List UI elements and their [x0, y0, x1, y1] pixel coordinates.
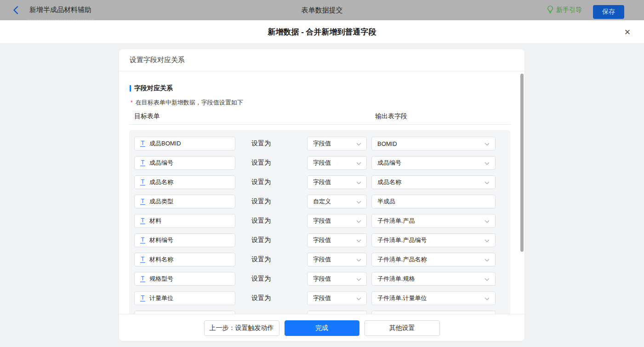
target-field-box[interactable]: T材料编号	[134, 233, 235, 247]
output-field-value: 子件清单.产品名称	[377, 255, 427, 264]
mode-select[interactable]: 自定义	[307, 195, 367, 208]
field-mapping-row: T成品编号设置为字段值成品编号	[129, 156, 510, 170]
set-as-label: 设置为	[251, 195, 271, 208]
previous-step-button[interactable]: 上一步：设置触发动作	[204, 320, 279, 336]
column-header-target-form: 目标表单	[134, 112, 160, 121]
mode-select-value: 字段值	[313, 159, 331, 167]
output-field-select[interactable]: BOMID	[371, 137, 496, 150]
done-button[interactable]: 完成	[285, 320, 359, 336]
output-field-select[interactable]: 子件清单.产品名称	[371, 253, 496, 266]
target-field-box[interactable]: T成品BOMID	[134, 137, 235, 150]
chevron-down-icon	[484, 256, 490, 263]
chevron-down-icon	[484, 218, 490, 225]
chevron-down-icon	[356, 237, 361, 244]
close-icon[interactable]: ×	[621, 26, 634, 39]
target-field-box[interactable]: T成品编号	[134, 156, 235, 170]
mode-select[interactable]: 字段值	[307, 233, 367, 247]
text-field-icon: T	[140, 160, 145, 166]
mode-select[interactable]: 字段值	[307, 272, 367, 286]
mode-select[interactable]: 字段值	[307, 214, 367, 228]
output-field-value: 半成品	[377, 197, 395, 206]
mode-select-value: 字段值	[313, 178, 331, 186]
chevron-down-icon	[484, 140, 490, 147]
workflow-title[interactable]: 新增半成品材料辅助	[28, 0, 93, 20]
output-field-value: 子件清单.产品	[377, 217, 415, 225]
card-header: 设置字段对应关系	[119, 49, 524, 71]
lightbulb-icon	[547, 6, 553, 15]
text-field-icon: T	[140, 198, 145, 205]
output-field-value: 成品编号	[377, 159, 401, 167]
text-field-icon: T	[140, 179, 145, 185]
field-mapping-row: T	[129, 311, 510, 314]
target-field-label: 规格型号	[149, 275, 173, 283]
section-accent-bar	[130, 85, 131, 92]
target-field-box[interactable]: T规格型号	[134, 272, 235, 286]
beginner-guide-label: 新手引导	[556, 6, 582, 14]
output-field-select[interactable]: 子件清单.产品编号	[371, 233, 496, 247]
mode-select-value: 字段值	[313, 236, 331, 244]
modal-title: 新增数据 - 合并新增到普通字段	[268, 27, 376, 37]
save-button[interactable]: 保存	[593, 5, 624, 19]
target-field-label: 成品名称	[149, 178, 173, 186]
target-field-box[interactable]: T材料名称	[134, 253, 235, 266]
target-field-label: 成品类型	[149, 197, 173, 206]
target-field-label: 材料编号	[149, 236, 173, 244]
set-as-label: 设置为	[251, 175, 271, 189]
output-field-value: 成品名称	[377, 178, 401, 186]
target-field-label: 计量单位	[149, 294, 173, 302]
target-field-box[interactable]: T	[134, 311, 235, 314]
output-field-select[interactable]: 子件清单.规格	[371, 272, 496, 286]
output-field-select[interactable]: 子件清单.计量单位	[371, 291, 496, 305]
chevron-down-icon	[356, 140, 361, 147]
mode-select-value: 字段值	[313, 275, 331, 283]
mode-select[interactable]: 字段值	[307, 137, 367, 150]
output-field-value: 子件清单.计量单位	[377, 294, 427, 302]
custom-value-input[interactable]: 半成品	[371, 195, 496, 208]
set-as-label: 设置为	[251, 137, 271, 150]
top-bar: 新增半成品材料辅助 表单数据提交 新手引导 保存	[0, 0, 644, 20]
set-as-label: 设置为	[251, 253, 271, 266]
target-field-box[interactable]: T材料	[134, 214, 235, 228]
output-field-select[interactable]: 成品编号	[371, 156, 496, 170]
other-settings-button[interactable]: 其他设置	[365, 320, 440, 336]
target-field-label: 成品编号	[149, 159, 173, 167]
field-mapping-row: T规格型号设置为字段值子件清单.规格	[129, 272, 510, 286]
field-mapping-card: 设置字段对应关系 字段对应关系 * 在目标表单中新增数据，字段值设置如下 目标表…	[119, 49, 524, 341]
chevron-down-icon	[356, 295, 361, 302]
set-as-label: 设置为	[251, 214, 271, 228]
chevron-down-icon	[484, 179, 490, 186]
chevron-down-icon	[356, 276, 361, 283]
column-header-output-field: 输出表字段	[375, 112, 407, 121]
chevron-down-icon	[356, 198, 361, 205]
mode-select[interactable]: 字段值	[307, 291, 367, 305]
chevron-down-icon	[484, 160, 490, 167]
mode-select-value: 字段值	[313, 139, 331, 148]
back-button[interactable]	[13, 6, 20, 14]
hint-row: * 在目标表单中新增数据，字段值设置如下	[131, 98, 243, 107]
chevron-down-icon	[356, 256, 361, 263]
custom-value-input[interactable]	[371, 311, 496, 314]
mode-select-value: 自定义	[313, 197, 331, 206]
chevron-down-icon	[484, 295, 490, 302]
mode-select[interactable]: 字段值	[307, 175, 367, 189]
target-field-label: 成品BOMID	[149, 139, 181, 148]
target-field-box[interactable]: T计量单位	[134, 291, 235, 305]
target-field-box[interactable]: T成品名称	[134, 175, 235, 189]
target-field-box[interactable]: T成品类型	[134, 195, 235, 208]
modal-header: 新增数据 - 合并新增到普通字段 ×	[0, 20, 644, 44]
scrollbar-thumb[interactable]	[520, 74, 524, 252]
mode-select[interactable]: 字段值	[307, 156, 367, 170]
chevron-down-icon	[356, 160, 361, 167]
columns-divider	[129, 124, 511, 125]
output-field-value: BOMID	[377, 140, 397, 147]
beginner-guide-link[interactable]: 新手引导	[547, 0, 582, 20]
field-mapping-row: T计量单位设置为字段值子件清单.计量单位	[129, 291, 510, 305]
chevron-down-icon	[356, 218, 361, 225]
set-as-label: 设置为	[251, 233, 271, 247]
mode-select[interactable]	[307, 311, 367, 314]
mode-select[interactable]: 字段值	[307, 253, 367, 266]
field-mapping-rows-panel: T成品BOMID设置为字段值BOMIDT成品编号设置为字段值成品编号T成品名称设…	[129, 130, 510, 314]
field-mapping-row: T成品类型设置为自定义半成品	[129, 195, 510, 208]
output-field-select[interactable]: 成品名称	[371, 175, 496, 189]
output-field-select[interactable]: 子件清单.产品	[371, 214, 496, 228]
